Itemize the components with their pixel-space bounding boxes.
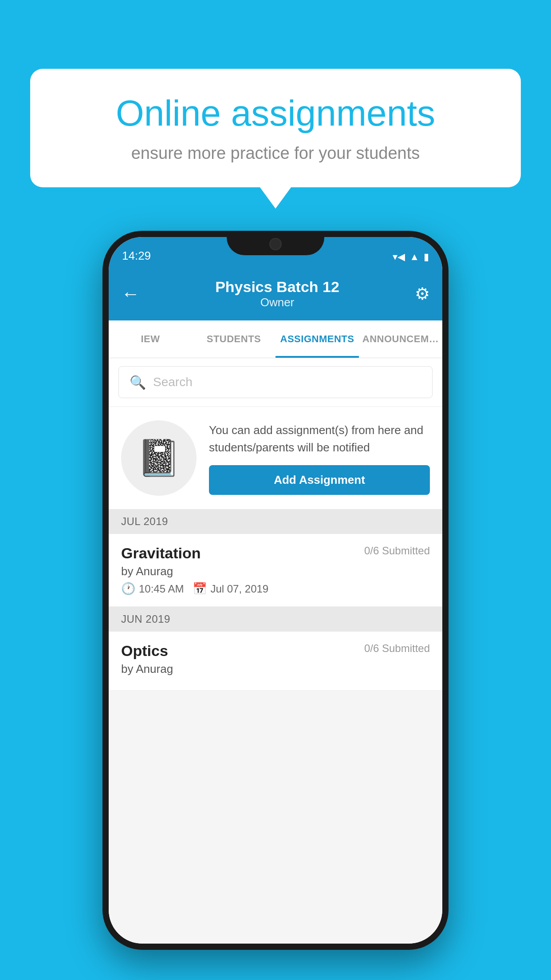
app-bar: ← Physics Batch 12 Owner ⚙ bbox=[109, 267, 442, 320]
battery-icon: ▮ bbox=[424, 251, 429, 263]
status-time: 14:29 bbox=[122, 249, 151, 263]
clock-icon: 🕐 bbox=[121, 582, 135, 596]
tab-announcements[interactable]: ANNOUNCEM… bbox=[359, 320, 442, 358]
phone-notch bbox=[227, 231, 324, 255]
phone-container: 14:29 ▾◀ ▲ ▮ ← Physics Batch 12 Owner ⚙ bbox=[102, 231, 449, 950]
assignment-item-optics[interactable]: Optics 0/6 Submitted by Anurag bbox=[109, 632, 442, 691]
meta-date: 📅 Jul 07, 2019 bbox=[193, 582, 268, 596]
speech-bubble-container: Online assignments ensure more practice … bbox=[30, 69, 521, 187]
app-bar-title: Physics Batch 12 bbox=[215, 278, 339, 296]
tab-assignments[interactable]: ASSIGNMENTS bbox=[276, 320, 359, 358]
assignment-submitted-gravitation: 0/6 Submitted bbox=[364, 545, 430, 557]
promo-icon-circle: 📓 bbox=[121, 420, 197, 496]
tab-students[interactable]: STUDENTS bbox=[192, 320, 276, 358]
promo-content: You can add assignment(s) from here and … bbox=[209, 422, 430, 495]
app-bar-title-block: Physics Batch 12 Owner bbox=[215, 278, 339, 309]
meta-time: 🕐 10:45 AM bbox=[121, 582, 184, 596]
app-bar-subtitle: Owner bbox=[215, 296, 339, 309]
assignment-by-gravitation: by Anurag bbox=[121, 565, 430, 578]
notebook-icon: 📓 bbox=[137, 437, 181, 479]
search-box[interactable]: 🔍 Search bbox=[118, 366, 433, 398]
assignment-date: Jul 07, 2019 bbox=[210, 583, 268, 595]
section-header-jul: JUL 2019 bbox=[109, 509, 442, 534]
content-area: 🔍 Search 📓 You can add assignment(s) fro… bbox=[109, 358, 442, 944]
section-header-jun: JUN 2019 bbox=[109, 607, 442, 632]
phone-screen: 14:29 ▾◀ ▲ ▮ ← Physics Batch 12 Owner ⚙ bbox=[109, 237, 442, 944]
assignment-submitted-optics: 0/6 Submitted bbox=[364, 642, 430, 655]
assignment-name-gravitation: Gravitation bbox=[121, 545, 201, 562]
status-icons: ▾◀ ▲ ▮ bbox=[393, 251, 429, 263]
promo-text: You can add assignment(s) from here and … bbox=[209, 422, 430, 456]
calendar-icon: 📅 bbox=[193, 582, 207, 596]
assignment-row-top-optics: Optics 0/6 Submitted bbox=[121, 642, 430, 660]
assignment-row-top: Gravitation 0/6 Submitted bbox=[121, 545, 430, 562]
settings-icon[interactable]: ⚙ bbox=[415, 284, 430, 304]
speech-bubble-title: Online assignments bbox=[59, 93, 492, 133]
promo-section: 📓 You can add assignment(s) from here an… bbox=[109, 407, 442, 509]
speech-bubble: Online assignments ensure more practice … bbox=[30, 69, 521, 187]
search-container: 🔍 Search bbox=[109, 358, 442, 406]
add-assignment-button[interactable]: Add Assignment bbox=[209, 465, 430, 495]
tabs-bar: IEW STUDENTS ASSIGNMENTS ANNOUNCEM… bbox=[109, 320, 442, 358]
phone-frame: 14:29 ▾◀ ▲ ▮ ← Physics Batch 12 Owner ⚙ bbox=[102, 231, 449, 950]
search-placeholder: Search bbox=[153, 375, 193, 389]
wifi-icon: ▾◀ bbox=[393, 251, 405, 263]
assignment-meta-gravitation: 🕐 10:45 AM 📅 Jul 07, 2019 bbox=[121, 582, 430, 596]
assignment-by-optics: by Anurag bbox=[121, 662, 430, 676]
search-icon: 🔍 bbox=[130, 375, 146, 390]
signal-icon: ▲ bbox=[409, 251, 419, 263]
assignment-time: 10:45 AM bbox=[139, 583, 184, 595]
speech-bubble-subtitle: ensure more practice for your students bbox=[59, 144, 492, 163]
assignment-name-optics: Optics bbox=[121, 642, 168, 660]
back-button[interactable]: ← bbox=[121, 283, 140, 304]
assignment-item-gravitation[interactable]: Gravitation 0/6 Submitted by Anurag 🕐 10… bbox=[109, 534, 442, 607]
phone-camera bbox=[269, 238, 282, 250]
tab-iew[interactable]: IEW bbox=[109, 320, 192, 358]
